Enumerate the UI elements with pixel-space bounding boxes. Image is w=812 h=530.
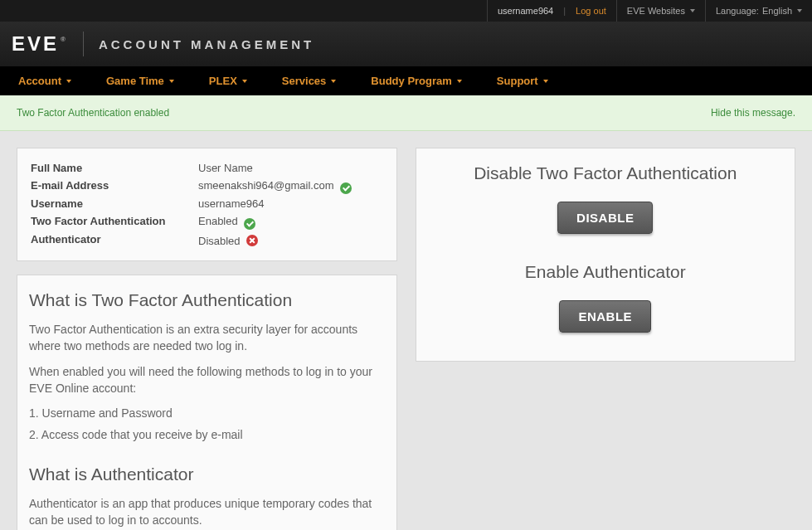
main-nav: Account Game Time PLEX Services Buddy Pr… bbox=[0, 66, 812, 95]
right-column: Disable Two Factor Authentication DISABL… bbox=[416, 148, 796, 375]
chevron-down-icon bbox=[797, 9, 802, 12]
tfa-method-1: 1. Username and Password bbox=[29, 406, 385, 420]
nav-plex[interactable]: PLEX bbox=[199, 75, 257, 87]
disable-button[interactable]: DISABLE bbox=[557, 202, 653, 234]
nav-services[interactable]: Services bbox=[272, 75, 347, 87]
topbar-username[interactable]: username964 | Log out bbox=[487, 0, 616, 22]
explanation-panel: What is Two Factor Authentication Two Fa… bbox=[17, 275, 397, 530]
nav-game-time[interactable]: Game Time bbox=[96, 75, 184, 87]
enable-auth-heading: Enable Authenticator bbox=[428, 262, 784, 282]
action-spacer bbox=[428, 234, 784, 259]
logo-text: EVE bbox=[12, 32, 59, 56]
language-value: English bbox=[762, 6, 792, 16]
info-row-email: E-mail Address smeenakshi964@gmail.com bbox=[31, 177, 383, 194]
tfa-value: Enabled bbox=[198, 215, 238, 227]
auth-cell: Disabled bbox=[198, 231, 383, 249]
tfa-explain-p1: Two Factor Authentication is an extra se… bbox=[29, 322, 385, 354]
chevron-down-icon bbox=[457, 80, 462, 83]
divider: | bbox=[562, 6, 567, 16]
tfa-method-2: 2. Access code that you receive by e-mai… bbox=[29, 428, 385, 441]
chevron-down-icon bbox=[169, 80, 174, 83]
chevron-down-icon bbox=[690, 9, 695, 12]
logo-separator bbox=[83, 32, 84, 56]
notification-message: Two Factor Authentication enabled bbox=[17, 107, 169, 119]
site-header: EVE ® ACCOUNT MANAGEMENT bbox=[0, 22, 812, 66]
chevron-down-icon bbox=[543, 80, 548, 83]
nav-label: Services bbox=[282, 75, 327, 87]
eve-websites-label: EVE Websites bbox=[627, 6, 685, 16]
chevron-down-icon bbox=[66, 80, 71, 83]
tfa-cell: Enabled bbox=[198, 213, 383, 230]
info-row-fullname: Full Name User Name bbox=[31, 160, 383, 176]
check-icon bbox=[244, 218, 255, 230]
logo-block: EVE ® ACCOUNT MANAGEMENT bbox=[12, 32, 314, 56]
account-info-table: Full Name User Name E-mail Address smeen… bbox=[29, 158, 385, 250]
enable-button[interactable]: ENABLE bbox=[559, 300, 651, 333]
info-row-username: Username username964 bbox=[31, 196, 383, 212]
email-label: E-mail Address bbox=[31, 177, 197, 194]
action-panel: Disable Two Factor Authentication DISABL… bbox=[416, 148, 796, 362]
topbar-language[interactable]: Language: English bbox=[705, 0, 812, 22]
left-column: Full Name User Name E-mail Address smeen… bbox=[17, 148, 397, 530]
nav-label: Account bbox=[18, 75, 61, 87]
notification-bar: Two Factor Authentication enabled Hide t… bbox=[0, 95, 812, 131]
notification-hide-link[interactable]: Hide this message. bbox=[711, 107, 795, 119]
tfa-explain-p2: When enabled you will need the following… bbox=[29, 364, 385, 396]
username-label: Username bbox=[31, 196, 197, 212]
nav-account[interactable]: Account bbox=[8, 75, 81, 87]
info-row-tfa: Two Factor Authentication Enabled bbox=[31, 213, 383, 230]
username-value: username964 bbox=[198, 196, 383, 212]
chevron-down-icon bbox=[331, 80, 336, 83]
fullname-value: User Name bbox=[198, 160, 383, 176]
auth-value: Disabled bbox=[198, 235, 241, 247]
logo-eve[interactable]: EVE ® bbox=[12, 32, 68, 56]
top-utility-bar: username964 | Log out EVE Websites Langu… bbox=[0, 0, 812, 22]
auth-label: Authenticator bbox=[31, 231, 197, 249]
nav-support[interactable]: Support bbox=[487, 75, 558, 87]
account-info-panel: Full Name User Name E-mail Address smeen… bbox=[17, 148, 397, 261]
content-area: Full Name User Name E-mail Address smeen… bbox=[0, 131, 812, 530]
nav-buddy-program[interactable]: Buddy Program bbox=[361, 75, 472, 87]
email-cell: smeenakshi964@gmail.com bbox=[198, 177, 383, 194]
tfa-label: Two Factor Authentication bbox=[31, 213, 197, 230]
auth-explain-heading: What is Authenticator bbox=[29, 464, 385, 484]
fullname-label: Full Name bbox=[31, 160, 197, 176]
auth-explain-p1: Authenticator is an app that produces un… bbox=[29, 496, 385, 528]
logout-link[interactable]: Log out bbox=[576, 6, 606, 16]
nav-label: PLEX bbox=[209, 75, 237, 87]
page-title: ACCOUNT MANAGEMENT bbox=[99, 37, 314, 51]
disable-tfa-heading: Disable Two Factor Authentication bbox=[428, 163, 784, 183]
username-text: username964 bbox=[498, 6, 553, 16]
nav-label: Support bbox=[497, 75, 538, 87]
registered-mark: ® bbox=[61, 36, 68, 43]
email-value: smeenakshi964@gmail.com bbox=[198, 179, 334, 192]
tfa-explain-heading: What is Two Factor Authentication bbox=[29, 290, 385, 310]
nav-label: Game Time bbox=[106, 75, 164, 87]
topbar-eve-websites[interactable]: EVE Websites bbox=[616, 0, 705, 22]
language-label: Language: bbox=[716, 6, 759, 16]
info-row-authenticator: Authenticator Disabled bbox=[31, 231, 383, 249]
check-icon bbox=[340, 182, 352, 194]
x-icon bbox=[246, 235, 258, 246]
chevron-down-icon bbox=[242, 80, 247, 83]
nav-label: Buddy Program bbox=[371, 75, 452, 87]
